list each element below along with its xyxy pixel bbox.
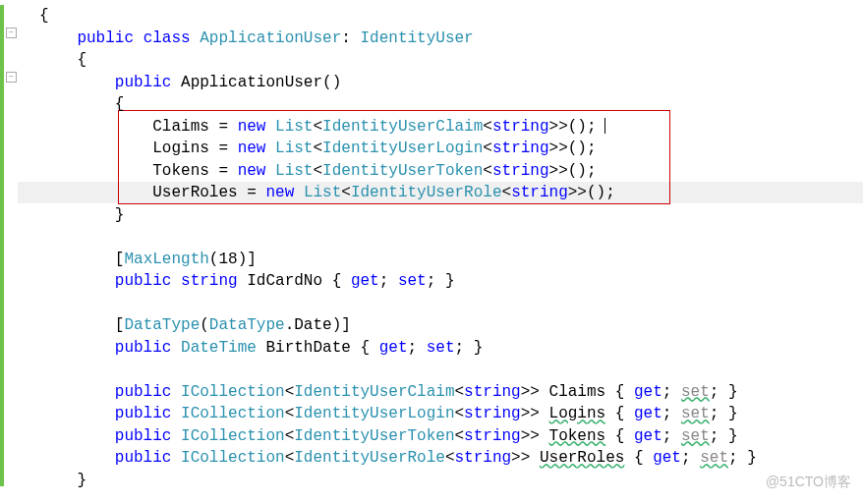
collection-logins: public ICollection<IdentityUserLogin<str…: [20, 403, 863, 425]
ctor-line-tokens: Tokens = new List<IdentityUserToken<stri…: [20, 160, 863, 183]
blank-line: [20, 359, 863, 381]
brace-close: }: [20, 470, 863, 492]
brace-open: {: [20, 5, 863, 28]
brace-close: }: [20, 204, 863, 227]
collection-tokens: public ICollection<IdentityUserToken<str…: [20, 425, 863, 448]
datatype-attribute: [DataType(DataType.Date)]: [20, 314, 863, 337]
brace-open: {: [20, 93, 863, 116]
ctor-line-claims: Claims = new List<IdentityUserClaim<stri…: [20, 116, 863, 139]
blank-line: [20, 226, 863, 249]
ctor-line-logins: Logins = new List<IdentityUserLogin<stri…: [20, 138, 863, 160]
maxlength-attribute: [MaxLength(18)]: [20, 249, 863, 271]
birthdate-property: public DateTime BirthDate { get; set; }: [20, 337, 863, 360]
ctor-line-userroles: UserRoles = new List<IdentityUserRole<st…: [20, 182, 863, 204]
collection-claims: public ICollection<IdentityUserClaim<str…: [20, 381, 863, 404]
brace-open: {: [20, 49, 863, 72]
watermark-text: @51CTO博客: [766, 471, 851, 493]
collection-userroles: public ICollection<IdentityUserRole<stri…: [20, 447, 863, 470]
text-cursor-icon: [604, 118, 605, 134]
blank-line: [20, 293, 863, 315]
class-declaration: public class ApplicationUser: IdentityUs…: [20, 28, 863, 50]
code-editor[interactable]: { public class ApplicationUser: Identity…: [0, 0, 863, 491]
idcardno-property: public string IdCardNo { get; set; }: [20, 270, 863, 293]
constructor-declaration: public ApplicationUser(): [20, 72, 863, 94]
